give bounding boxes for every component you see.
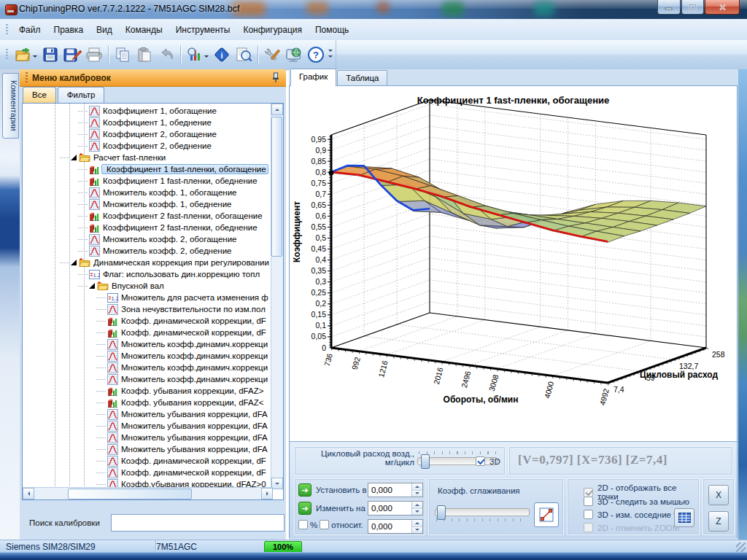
open-file-button[interactable] (12, 44, 34, 66)
tree-item[interactable]: Множитель коэфф. 2, обогащение (23, 233, 284, 245)
tree-item[interactable]: Множитель коэфф. 2, обеднение (23, 245, 284, 257)
tree-item[interactable]: Коэффициент 2, обеднение (23, 140, 284, 152)
calibration-panel-header[interactable]: Меню калибровок (20, 69, 286, 87)
search-input[interactable] (111, 514, 285, 532)
tree-item[interactable]: Множитель убывания коррекции, dFA (23, 432, 284, 443)
print-preview-button[interactable] (233, 44, 255, 66)
cycle-air-slider-thumb[interactable] (421, 454, 430, 469)
expand-toggle[interactable] (89, 283, 95, 289)
option-checkbox[interactable] (584, 523, 593, 532)
scroll-right-button[interactable] (261, 488, 273, 499)
tree-vertical-scrollbar[interactable] (271, 104, 283, 489)
tree-item[interactable]: Коэфф. динамической коррекции, dF (23, 455, 284, 467)
paste-button[interactable] (133, 44, 155, 66)
vertical-scroll-thumb[interactable] (271, 117, 282, 257)
apply-change-button[interactable]: ➔ (298, 502, 311, 515)
option-checkbox[interactable] (584, 510, 593, 519)
smoothing-slider-thumb[interactable] (437, 505, 446, 520)
tree-item[interactable]: Множитель коэфф. 1, обогащение (23, 187, 284, 198)
tools-button[interactable] (261, 44, 283, 66)
x-axis-button[interactable]: X (708, 485, 729, 505)
set-to-spinner[interactable]: 0,000 (368, 483, 423, 497)
tab-filter[interactable]: Фильтр (58, 87, 105, 103)
info-button[interactable]: i (211, 44, 233, 66)
menu-help[interactable]: Помощь (309, 22, 355, 38)
comments-tab[interactable]: Комментарии (2, 73, 19, 139)
tab-all[interactable]: Все (23, 87, 56, 103)
tree-item[interactable]: Коэффициент 2 fast-пленки, обогащение (23, 210, 284, 222)
expand-toggle[interactable] (71, 260, 77, 265)
tree-item[interactable]: Множитель коэфф.динамич.коррекци (23, 338, 284, 350)
relative-spinner[interactable]: 0,000 (368, 519, 423, 534)
web-update-button[interactable] (283, 44, 305, 66)
tree-item[interactable]: Коэффициент 2 fast-пленки, обеднение (23, 222, 284, 233)
menu-file[interactable]: Файл (12, 22, 47, 38)
tree-item[interactable]: 1.2Флаг: использовать дин.коррекцию топл (23, 268, 284, 280)
tree-item[interactable]: Коэфф. убывания коррекции, dFAZ> (23, 385, 284, 397)
tree-item[interactable]: Множитель убывания коррекции, dFA (23, 443, 284, 455)
option-checkbox[interactable] (584, 497, 593, 506)
print-button[interactable] (83, 44, 105, 66)
percent-checkbox[interactable] (298, 520, 308, 529)
scroll-up-button[interactable] (271, 104, 283, 115)
3d-checkbox[interactable] (476, 456, 485, 466)
tree-item[interactable]: Коэфф. динамической коррекции, dF (23, 467, 284, 478)
horizontal-scroll-thumb[interactable] (68, 489, 192, 499)
menu-commands[interactable]: Команды (119, 22, 169, 38)
tree-item[interactable]: Зона нечувствительности по изм.пол (23, 303, 284, 315)
close-button[interactable] (705, 0, 740, 15)
tree-item[interactable]: Коэфф. убывания коррекции, dFAZ< (23, 397, 284, 408)
maximize-button[interactable] (681, 0, 704, 15)
tree-item[interactable]: Коэффициент 1, обогащение (23, 105, 284, 117)
tree-item[interactable]: Множитель коэфф. 1, обеднение (23, 198, 284, 210)
save-as-button[interactable] (61, 44, 83, 66)
menu-edit[interactable]: Правка (47, 22, 90, 38)
resize-grip[interactable] (736, 542, 746, 552)
tree-item[interactable]: Множитель коэфф.динамич.коррекци (23, 350, 284, 362)
option-4[interactable]: 2D - отменить ZOOM (584, 523, 679, 532)
tree-item[interactable]: Коэффициент 1 fast-пленки, обогащение (23, 163, 284, 175)
copy-button[interactable] (112, 44, 133, 66)
option-checkbox[interactable] (584, 488, 593, 497)
expand-toggle[interactable] (71, 155, 77, 160)
tab-table[interactable]: Таблица (337, 70, 387, 86)
help-button[interactable]: ? (305, 44, 327, 66)
z-axis-button[interactable]: Z (708, 511, 729, 532)
tree-folder[interactable]: Впускной вал (23, 280, 284, 292)
table-grid-button[interactable] (674, 508, 694, 527)
open-dropdown-caret[interactable] (33, 55, 37, 60)
tab-graph[interactable]: График (290, 69, 336, 86)
chart-area[interactable]: Коэффициент 1 fast-пленки, обогащение 0,… (290, 86, 737, 441)
menu-instruments[interactable]: Инструменты (169, 22, 237, 38)
menu-view[interactable]: Вид (90, 22, 119, 38)
option-2[interactable]: 3D - следить за мышью (584, 497, 689, 506)
tree-item[interactable]: Коэфф. динамической коррекции, dF (23, 327, 284, 338)
tree-folder[interactable]: Расчет fast-пленки (23, 152, 284, 163)
tree-item[interactable]: Коэфф. динамической коррекции, dF (23, 315, 284, 327)
scroll-left-button[interactable] (23, 488, 34, 499)
relative-checkbox[interactable] (320, 520, 329, 529)
scroll-down-button[interactable] (271, 478, 283, 489)
tree-item[interactable]: Множитель убывания коррекции, dFA (23, 408, 284, 420)
tree-item[interactable]: Коэффициент 1 fast-пленки, обеднение (23, 175, 284, 187)
chart-view-button[interactable] (184, 44, 206, 66)
smoothing-slider[interactable] (435, 508, 530, 516)
edit-curve-button[interactable] (534, 502, 559, 527)
tree-horizontal-scrollbar[interactable] (23, 487, 273, 499)
tree-item[interactable]: Коэффициент 1, обеднение (23, 117, 284, 128)
tree-item[interactable]: Множитель убывания коррекции, dFA (23, 420, 284, 432)
change-by-spinner[interactable]: 0,000 (368, 501, 423, 516)
save-button[interactable] (39, 44, 61, 66)
tree-folder[interactable]: Динамическая коррекция при регулировании (23, 257, 284, 268)
tree-item[interactable]: Коэффициент 2, обогащение (23, 128, 284, 140)
tree-item[interactable]: 1.2Множитель для расчета изменения ф (23, 292, 284, 303)
chart-dropdown-caret[interactable] (204, 55, 209, 60)
menu-configuration[interactable]: Конфигурация (236, 22, 309, 38)
apply-set-button[interactable]: ➔ (298, 483, 311, 497)
undo-button[interactable] (155, 44, 177, 66)
toolbar-overflow-button[interactable] (328, 49, 333, 61)
tree-item[interactable]: Множитель коэфф.динамич.коррекци (23, 373, 284, 385)
tree-item[interactable]: Множитель коэфф.динамич.коррекци (23, 362, 284, 373)
pin-icon[interactable] (271, 72, 280, 83)
3d-toggle[interactable]: 3D (476, 456, 500, 466)
